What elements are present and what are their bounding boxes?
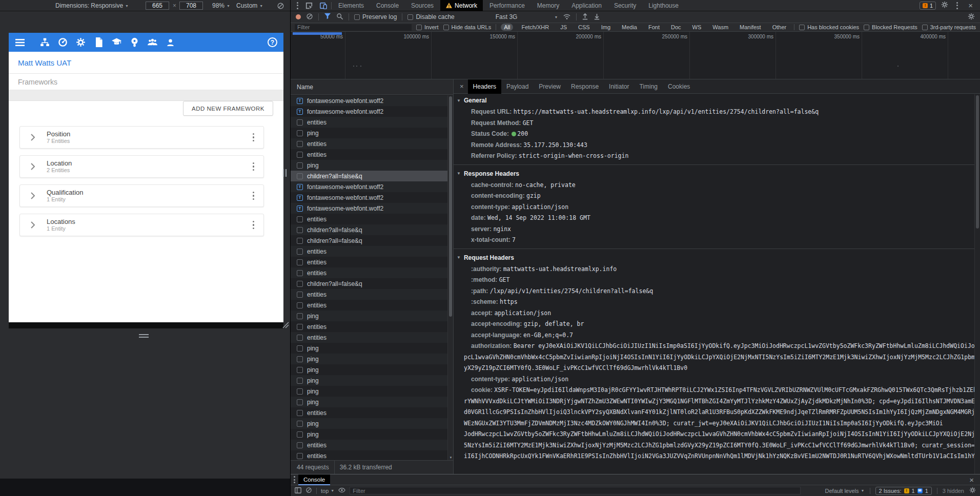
kebab-menu-icon[interactable] <box>250 131 258 144</box>
network-request-row[interactable]: entities <box>291 246 453 257</box>
zoom-dropdown[interactable]: 98% ▼ <box>212 0 230 11</box>
scrollbar-thumb[interactable] <box>449 96 452 317</box>
kebab-menu-icon[interactable] <box>250 219 258 232</box>
network-request-row[interactable]: ping <box>291 354 453 364</box>
clear-network-log-icon[interactable] <box>306 13 313 22</box>
network-request-row[interactable]: ping <box>291 311 453 321</box>
close-drawer-icon[interactable]: × <box>967 476 976 484</box>
scroll-down-arrow-icon[interactable]: ▾ <box>448 456 454 460</box>
network-request-row[interactable]: children?all=false&q <box>291 235 453 246</box>
network-request-row[interactable]: entities <box>291 321 453 332</box>
preserve-log-checkbox[interactable]: Preserve log <box>354 13 397 20</box>
chevron-right-icon[interactable] <box>26 221 39 229</box>
network-request-row[interactable]: entities <box>291 149 453 160</box>
detail-tab-cookies[interactable]: Cookies <box>663 79 695 94</box>
throttling-dropdown[interactable]: Fast 3G ▼ <box>496 13 558 20</box>
more-options-icon[interactable] <box>953 1 961 10</box>
resource-filter-pill[interactable]: Font <box>645 24 663 31</box>
network-request-row[interactable]: fontawesome-webfont.woff2 <box>291 203 453 214</box>
detail-tab-initiator[interactable]: Initiator <box>604 79 634 94</box>
network-request-row[interactable]: ping <box>291 160 453 171</box>
detail-tab-payload[interactable]: Payload <box>501 79 534 94</box>
tab-network[interactable]: Network <box>440 0 483 11</box>
dimensions-dropdown[interactable]: Dimensions: Responsive ▼ <box>55 0 129 11</box>
request-headers-section-header[interactable]: ▼ Request Headers <box>454 252 974 264</box>
add-new-framework-button[interactable]: ADD NEW FRAMEWORK <box>183 101 273 116</box>
network-request-row[interactable]: entities <box>291 289 453 300</box>
device-toolbar-toggle-icon[interactable] <box>317 2 330 9</box>
resource-filter-pill[interactable]: WS <box>689 24 705 31</box>
detail-tab-response[interactable]: Response <box>566 79 604 94</box>
general-section-header[interactable]: ▼ General <box>454 94 974 107</box>
tab-application[interactable]: Application <box>566 0 607 11</box>
network-request-row[interactable]: entities <box>291 450 453 460</box>
detail-tab-headers[interactable]: Headers <box>468 79 501 94</box>
chevron-right-icon[interactable] <box>26 192 39 199</box>
groups-icon[interactable] <box>148 37 157 47</box>
request-list-scrollbar[interactable]: ▾ <box>447 95 453 460</box>
resource-filter-pill[interactable]: Other <box>769 24 790 31</box>
invert-filter-checkbox[interactable]: Invert <box>416 24 439 30</box>
network-request-row[interactable]: entities <box>291 440 453 450</box>
network-request-row[interactable]: entities <box>291 138 453 149</box>
resource-filter-pill[interactable]: Wasm <box>709 24 731 31</box>
resource-filter-pill[interactable]: JS <box>557 24 570 31</box>
resource-filter-pill[interactable]: Media <box>619 24 640 31</box>
viewport-corner-resize-handle[interactable] <box>281 321 289 330</box>
record-network-log-button[interactable] <box>296 14 301 19</box>
detail-tab-preview[interactable]: Preview <box>534 79 566 94</box>
tab-console[interactable]: Console <box>371 0 404 11</box>
viewport-height-resize-handle[interactable] <box>139 334 149 338</box>
network-request-row[interactable]: ping <box>291 418 453 429</box>
no-throttling-icon[interactable] <box>277 0 284 11</box>
framework-card[interactable]: Locations 1 Entity <box>19 214 264 236</box>
has-blocked-cookies-checkbox[interactable]: Has blocked cookies <box>799 24 859 30</box>
blocked-requests-checkbox[interactable]: Blocked Requests <box>864 24 917 30</box>
network-request-row[interactable]: entities <box>291 117 453 128</box>
tab-elements[interactable]: Elements <box>333 0 370 11</box>
export-har-icon[interactable] <box>594 13 600 22</box>
network-request-row[interactable]: entities <box>291 257 453 267</box>
framework-card[interactable]: Qualification 1 Entity <box>19 184 264 207</box>
network-request-row[interactable]: entities <box>291 332 453 343</box>
framework-card[interactable]: Position 7 Entities <box>19 126 264 149</box>
graduation-cap-icon[interactable] <box>112 37 121 47</box>
issues-counter-badge[interactable]: ! 1 <box>920 2 936 10</box>
resource-filter-pill[interactable]: Img <box>598 24 614 31</box>
console-sidebar-icon[interactable] <box>295 487 301 494</box>
sitemap-icon[interactable] <box>40 37 50 47</box>
document-icon[interactable] <box>94 37 104 47</box>
issues-summary-button[interactable]: 2 Issues: ! 1 ✉ 1 <box>875 487 932 495</box>
network-request-row[interactable]: ping <box>291 375 453 386</box>
chevron-right-icon[interactable] <box>26 163 39 170</box>
network-settings-gear-icon[interactable] <box>968 13 975 22</box>
close-devtools-icon[interactable]: × <box>966 2 975 9</box>
kebab-menu-icon[interactable] <box>250 190 258 202</box>
viewport-width-resize-handle[interactable] <box>283 169 287 177</box>
disable-cache-checkbox[interactable]: Disable cache <box>407 13 454 20</box>
request-list-header[interactable]: Name <box>291 79 453 95</box>
network-conditions-icon[interactable] <box>563 13 571 22</box>
tab-performance[interactable]: Performance <box>484 0 530 11</box>
resource-filter-pill[interactable]: All <box>501 24 513 31</box>
chevron-right-icon[interactable] <box>26 134 39 141</box>
dashboard-icon[interactable] <box>58 37 68 47</box>
live-expression-eye-icon[interactable] <box>338 487 345 494</box>
network-request-row[interactable]: entities <box>291 300 453 311</box>
network-overview-timeline[interactable]: 50000 ms100000 ms150000 ms200000 ms25000… <box>291 32 980 79</box>
filter-funnel-icon[interactable] <box>324 13 331 21</box>
network-request-row[interactable]: ping <box>291 397 453 407</box>
tab-memory[interactable]: Memory <box>532 0 565 11</box>
network-request-row[interactable]: ping <box>291 386 453 397</box>
search-icon[interactable] <box>336 13 343 22</box>
tab-lighthouse[interactable]: Lighthouse <box>643 0 684 11</box>
framework-card[interactable]: Location 2 Entities <box>19 155 264 178</box>
network-request-row[interactable]: ping <box>291 429 453 440</box>
app-title-link[interactable]: Matt Watts UAT <box>18 58 71 67</box>
resource-filter-pill[interactable]: Doc <box>668 24 684 31</box>
scrollbar-thumb[interactable] <box>976 95 979 229</box>
viewport-height-input[interactable] <box>179 2 203 10</box>
tab-security[interactable]: Security <box>608 0 642 11</box>
resource-filter-pill[interactable]: CSS <box>575 24 593 31</box>
throttling-profile-dropdown[interactable]: Custom ▼ <box>236 0 263 11</box>
